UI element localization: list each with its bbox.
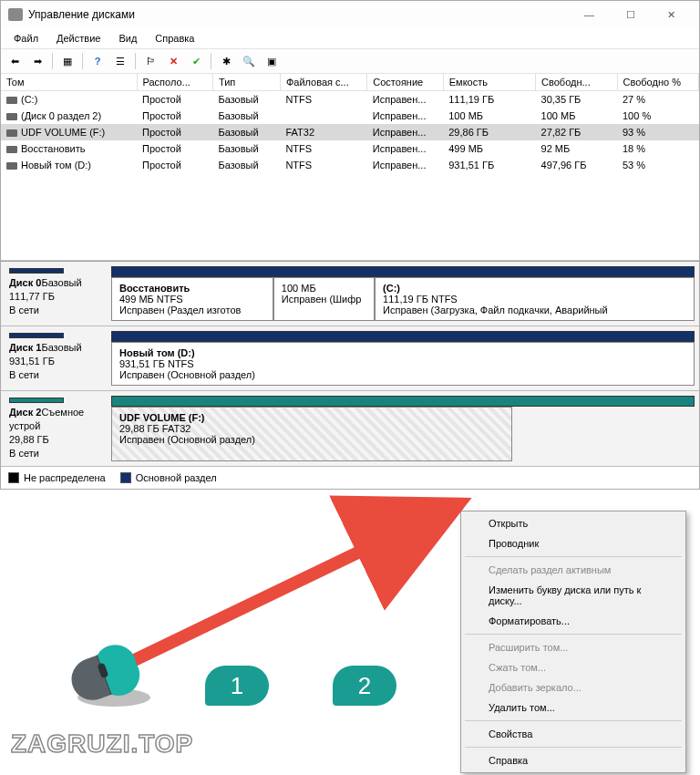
cell: FAT32 xyxy=(280,124,366,140)
context-menu-item: Добавить зеркало... xyxy=(463,677,684,698)
cell: (C:) xyxy=(1,91,137,108)
volume-icon xyxy=(6,97,17,104)
cell: UDF VOLUME (F:) xyxy=(1,124,137,140)
settings-button[interactable]: ▣ xyxy=(262,51,282,71)
toolbar: ⬅ ➡ ▦ ? ☰ 🏳 ✕ ✔ ✱ 🔍 ▣ xyxy=(1,49,699,74)
cell: 30,35 ГБ xyxy=(536,91,617,108)
check-button[interactable]: ✔ xyxy=(186,51,206,71)
volume-row[interactable]: ВосстановитьПростойБазовыйNTFSИсправен..… xyxy=(1,140,699,157)
context-menu-item[interactable]: Изменить букву диска или путь к диску... xyxy=(463,580,684,611)
legend-label: Не распределена xyxy=(24,472,106,483)
minimize-button[interactable]: — xyxy=(569,1,610,28)
color-strip xyxy=(111,266,695,277)
cell: 499 МБ xyxy=(443,140,535,157)
partition-container: UDF VOLUME (F:)29,88 ГБ FAT32Исправен (О… xyxy=(111,396,695,461)
disk-row: Диск 0Базовый111,77 ГБВ сетиВосстановить… xyxy=(1,262,699,326)
cell: Базовый xyxy=(212,157,280,173)
maximize-button[interactable]: ☐ xyxy=(610,1,651,28)
separator xyxy=(82,53,83,69)
cell: Простой xyxy=(137,124,212,140)
volume-row[interactable]: Новый том (D:)ПростойБазовыйNTFSИсправен… xyxy=(1,157,699,173)
cell: 29,86 ГБ xyxy=(443,124,535,140)
disk-row: Диск 2Съемное устрой29,88 ГБВ сетиUDF VO… xyxy=(1,391,699,467)
volume-icon xyxy=(6,113,17,120)
legend-primary: Основной раздел xyxy=(120,472,217,483)
volume-row[interactable]: (Диск 0 раздел 2)ПростойБазовыйИсправен.… xyxy=(1,108,699,124)
context-menu-item[interactable]: Открыть xyxy=(463,513,684,533)
cell: NTFS xyxy=(280,140,366,157)
column-header[interactable]: Емкость xyxy=(443,74,535,91)
context-menu-item: Расширить том... xyxy=(463,637,684,657)
separator xyxy=(211,53,211,69)
back-button[interactable]: ⬅ xyxy=(5,51,25,71)
disk-mgmt-icon xyxy=(8,8,23,21)
disk-info: Диск 0Базовый111,77 ГБВ сети xyxy=(5,266,106,321)
search-button[interactable]: 🔍 xyxy=(239,51,259,71)
disk-graphical-view: Диск 0Базовый111,77 ГБВ сетиВосстановить… xyxy=(1,261,699,467)
menu-help[interactable]: Справка xyxy=(146,30,203,46)
menu-file[interactable]: Файл xyxy=(5,30,47,46)
column-header[interactable]: Файловая с... xyxy=(280,74,366,91)
swatch-black xyxy=(8,472,19,483)
menu-action[interactable]: Действие xyxy=(47,30,109,46)
column-header[interactable]: Располо... xyxy=(137,74,212,91)
volume-icon xyxy=(6,162,17,170)
views-button[interactable]: ☰ xyxy=(110,51,130,71)
volume-row[interactable]: UDF VOLUME (F:)ПростойБазовыйFAT32Исправ… xyxy=(1,124,699,140)
menu-separator xyxy=(465,556,682,557)
partition[interactable]: UDF VOLUME (F:)29,88 ГБ FAT32Исправен (О… xyxy=(111,407,512,461)
table-empty-area xyxy=(1,173,699,260)
new-button[interactable]: ✱ xyxy=(216,51,236,71)
cell: Восстановить xyxy=(1,140,137,157)
cell: 931,51 ГБ xyxy=(443,157,535,173)
column-header[interactable]: Свободно % xyxy=(617,74,699,91)
swatch-blue xyxy=(120,472,131,483)
column-header[interactable]: Том xyxy=(1,74,137,91)
forward-button[interactable]: ➡ xyxy=(27,51,47,71)
window: Управление дисками — ☐ ✕ Файл Действие В… xyxy=(0,0,700,490)
volume-row[interactable]: (C:)ПростойБазовыйNTFSИсправен...111,19 … xyxy=(1,91,699,108)
delete-button[interactable]: ✕ xyxy=(163,51,183,71)
step-badge-1: 1 xyxy=(205,666,269,706)
cell: Базовый xyxy=(212,124,280,140)
context-menu-item[interactable]: Удалить том... xyxy=(463,698,684,718)
disk-icon xyxy=(9,398,64,403)
cell: 100 МБ xyxy=(443,108,535,124)
separator xyxy=(52,53,53,69)
partition[interactable]: 100 МБИсправен (Шифр xyxy=(273,277,375,321)
context-menu-item[interactable]: Справка xyxy=(463,750,684,770)
help-button[interactable]: ? xyxy=(88,51,108,71)
cell: 497,96 ГБ xyxy=(536,157,617,173)
column-header[interactable]: Состояние xyxy=(367,74,443,91)
menu-view[interactable]: Вид xyxy=(109,30,146,46)
mouse-illustration xyxy=(55,643,155,708)
legend-unallocated: Не распределена xyxy=(8,472,106,483)
partition-boxes: Восстановить499 МБ NTFSИсправен (Раздел … xyxy=(111,277,695,321)
disk-info: Диск 1Базовый931,51 ГБВ сети xyxy=(5,331,106,386)
partition[interactable]: Восстановить499 МБ NTFSИсправен (Раздел … xyxy=(111,277,273,321)
partition[interactable]: Новый том (D:)931,51 ГБ NTFSИсправен (Ос… xyxy=(111,342,695,386)
close-button[interactable]: ✕ xyxy=(651,1,692,28)
partition[interactable]: (C:)111,19 ГБ NTFSИсправен (Загрузка, Фа… xyxy=(375,277,695,321)
view-button[interactable]: ▦ xyxy=(57,51,77,71)
cell: Исправен... xyxy=(367,91,443,108)
cell: Базовый xyxy=(212,140,280,157)
column-header[interactable]: Свободн... xyxy=(536,74,617,91)
option-button[interactable]: 🏳 xyxy=(140,51,160,71)
window-title: Управление дисками xyxy=(28,8,569,21)
cell: Исправен... xyxy=(367,108,443,124)
column-header[interactable]: Тип xyxy=(212,74,280,91)
step-badge-2: 2 xyxy=(333,666,396,706)
separator xyxy=(135,53,136,69)
cell: Простой xyxy=(137,91,212,108)
context-menu-item[interactable]: Проводник xyxy=(463,533,684,553)
window-controls: — ☐ ✕ xyxy=(569,1,692,28)
legend: Не распределена Основной раздел xyxy=(1,467,699,489)
menu-separator xyxy=(465,634,682,635)
svg-line-0 xyxy=(123,503,460,666)
disk-icon xyxy=(9,333,64,338)
context-menu-item[interactable]: Форматировать... xyxy=(463,611,684,631)
context-menu-item[interactable]: Свойства xyxy=(463,724,684,744)
volume-table-wrap: ТомРасполо...ТипФайловая с...СостояниеЕм… xyxy=(1,74,699,261)
context-menu: ОткрытьПроводникСделать раздел активнымИ… xyxy=(460,511,686,773)
